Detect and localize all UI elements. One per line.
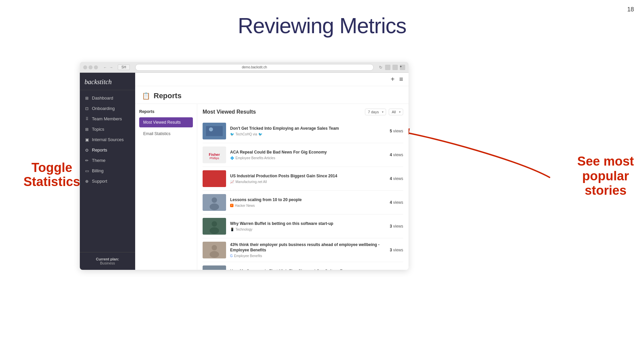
article-body: US Industrial Production Posts Biggest G…: [230, 174, 386, 184]
article-body: How My Company's First High Five Changed…: [230, 269, 386, 270]
svg-point-14: [212, 221, 217, 227]
article-source: Y Hacker News: [230, 204, 386, 207]
article-source: G Employee Benefits: [230, 254, 386, 258]
minimize-btn[interactable]: [89, 65, 93, 69]
category-filter-wrapper: All: [389, 109, 403, 115]
sidebar-label-support: Support: [92, 179, 107, 184]
logo-text: backstitch: [85, 78, 112, 85]
svg-point-4: [209, 127, 213, 131]
article-item: Lessons scaling from 10 to 20 people Y H…: [203, 191, 403, 215]
article-thumb: [203, 194, 226, 211]
right-panel-header: Most Viewed Results 7 days All: [203, 109, 403, 115]
billing-icon: ▭: [85, 169, 89, 173]
topics-icon: ⊞: [85, 127, 89, 132]
add-tab-btn[interactable]: +: [400, 65, 405, 70]
article-title: 43% think their employer puts business r…: [230, 242, 386, 253]
left-panel: Reports Most Viewed Results Email Statis…: [135, 104, 197, 270]
right-panel-title: Most Viewed Results: [203, 109, 256, 115]
slide-number: 18: [627, 6, 634, 13]
sidebar-item-dashboard[interactable]: ⊞ Dashboard: [80, 93, 135, 103]
fullscreen-btn[interactable]: [392, 65, 398, 70]
sidebar-label-topics: Topics: [92, 127, 104, 132]
article-item: Why Warren Buffet is betting on this sof…: [203, 215, 403, 238]
article-item: US Industrial Production Posts Biggest G…: [203, 167, 403, 191]
article-title: US Industrial Production Posts Biggest G…: [230, 174, 386, 179]
browser-nav: ← →: [103, 65, 114, 69]
svg-rect-19: [203, 265, 226, 270]
sidebar-item-reports[interactable]: ⊙ Reports: [80, 145, 135, 155]
left-panel-item-email-stats[interactable]: Email Statistics: [139, 129, 193, 139]
article-source: 📱 Technology: [230, 228, 386, 231]
annotation-popular: See mostpopularstories: [577, 154, 634, 198]
forward-arrow[interactable]: →: [109, 65, 114, 69]
article-body: 43% think their employer puts business r…: [230, 242, 386, 257]
article-views: 4 views: [390, 153, 403, 157]
article-source: 📈 Manufacturing.net All: [230, 180, 386, 184]
annotation-toggle: ToggleStatistics: [23, 161, 80, 189]
theme-icon: ✏: [85, 158, 89, 163]
browser-actions: +: [385, 65, 405, 70]
share-btn[interactable]: [385, 65, 390, 70]
browser-controls: [83, 65, 98, 69]
onboarding-icon: ⊡: [85, 106, 89, 111]
left-panel-item-most-viewed[interactable]: Most Viewed Results: [139, 117, 193, 127]
main-header: 📋 Reports: [135, 86, 409, 104]
sidebar-label-billing: Billing: [92, 168, 104, 173]
article-thumb: Fisher Phillips: [203, 146, 226, 163]
main-area: + ≡ 📋 Reports Reports Most Viewed Result…: [135, 73, 409, 270]
close-btn[interactable]: [83, 65, 87, 69]
article-views: 5 views: [390, 129, 403, 133]
sidebar-item-billing[interactable]: ▭ Billing: [80, 166, 135, 176]
maximize-btn[interactable]: [94, 65, 98, 69]
app-content: backstitch ⊞ Dashboard ⊡ Onboarding ⠿ Te…: [80, 73, 409, 270]
browser-tab[interactable]: SH: [118, 64, 130, 70]
sidebar-item-internal-sources[interactable]: ▣ Internal Sources: [80, 134, 135, 145]
svg-point-18: [210, 251, 219, 258]
sidebar-item-topics[interactable]: ⊞ Topics: [80, 124, 135, 134]
article-views: 3 views: [390, 224, 403, 229]
sidebar-label-reports: Reports: [92, 147, 107, 153]
sidebar-label-internal-sources: Internal Sources: [92, 137, 124, 142]
sidebar-item-support[interactable]: ⊕ Support: [80, 176, 135, 186]
article-views: 3 views: [390, 248, 403, 252]
days-filter[interactable]: 7 days: [365, 109, 386, 115]
add-icon[interactable]: +: [391, 75, 395, 83]
refresh-icon[interactable]: ↻: [379, 65, 382, 70]
back-arrow[interactable]: ←: [103, 65, 108, 69]
sidebar-footer: Current plan: Business: [80, 252, 135, 270]
browser-url[interactable]: demo.backstit.ch: [135, 64, 374, 71]
main-title-container: 📋 Reports: [142, 92, 181, 100]
logo: backstitch: [80, 73, 135, 90]
sidebar-item-onboarding[interactable]: ⊡ Onboarding: [80, 103, 135, 114]
article-thumb: [203, 265, 226, 270]
reports-icon: ⊙: [85, 148, 89, 153]
article-body: ACA Repeal Could Be Bad News For Gig Eco…: [230, 150, 386, 160]
article-views: 4 views: [390, 176, 403, 181]
article-item: How My Company's First High Five Changed…: [203, 262, 403, 270]
article-body: Why Warren Buffet is betting on this sof…: [230, 221, 386, 231]
menu-icon[interactable]: ≡: [399, 75, 403, 83]
article-title: Lessons scaling from 10 to 20 people: [230, 197, 386, 203]
article-views: 4 views: [390, 200, 403, 205]
browser-window: ← → SH demo.backstit.ch ↻ + backstitch ⊞…: [80, 62, 409, 270]
article-thumb: [203, 170, 226, 187]
sidebar-label-dashboard: Dashboard: [92, 96, 113, 101]
category-filter[interactable]: All: [389, 109, 403, 115]
left-panel-title: Reports: [139, 109, 193, 114]
support-icon: ⊕: [85, 179, 89, 184]
svg-rect-9: [203, 170, 226, 187]
article-title: Don't Get Tricked Into Employing an Aver…: [230, 126, 386, 131]
sidebar-item-theme[interactable]: ✏ Theme: [80, 155, 135, 166]
article-thumb: [203, 242, 226, 258]
sidebar-item-team-members[interactable]: ⠿ Team Members: [80, 114, 135, 124]
svg-point-17: [212, 245, 217, 250]
sidebar: backstitch ⊞ Dashboard ⊡ Onboarding ⠿ Te…: [80, 73, 135, 270]
days-filter-wrapper: 7 days: [365, 109, 386, 115]
reports-page-title: Reports: [154, 92, 181, 100]
plan-prefix: Current plan:: [85, 257, 130, 261]
svg-point-15: [210, 227, 219, 234]
article-source: 💠 Employee Benefits Articles: [230, 156, 386, 160]
internal-sources-icon: ▣: [85, 137, 89, 142]
article-thumb: [203, 218, 226, 235]
top-bar: + ≡: [135, 73, 409, 86]
